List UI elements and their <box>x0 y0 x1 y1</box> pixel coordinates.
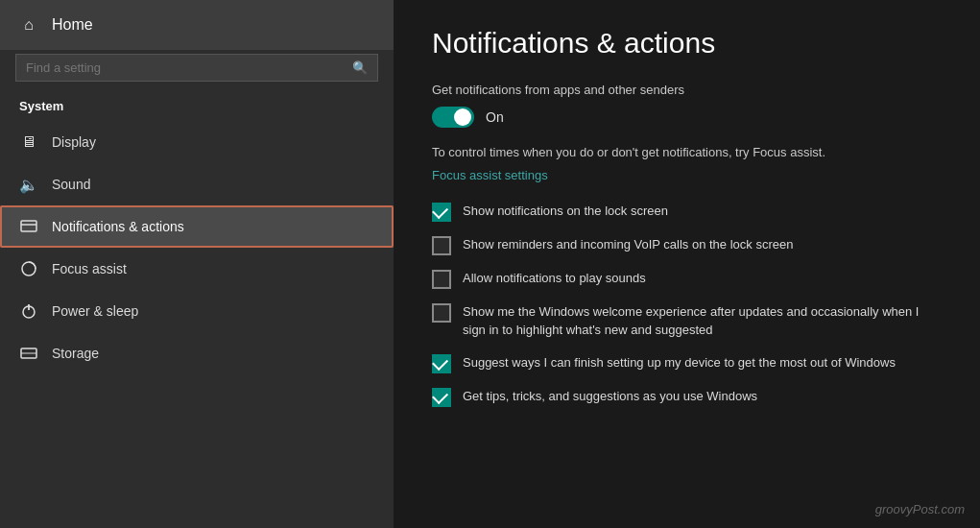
checkbox-row-welcome: Show me the Windows welcome experience a… <box>432 302 942 340</box>
sidebar-item-label: Sound <box>52 177 90 192</box>
checkbox-label-sounds: Allow notifications to play sounds <box>463 269 646 288</box>
sidebar-item-label: Storage <box>52 346 99 361</box>
checkbox-label-tips: Get tips, tricks, and suggestions as you… <box>463 387 757 406</box>
home-label: Home <box>52 16 93 34</box>
sidebar-item-label: Power & sleep <box>52 303 138 319</box>
sidebar-item-storage[interactable]: Storage <box>0 332 394 374</box>
checkbox-row-sounds: Allow notifications to play sounds <box>432 269 942 289</box>
sidebar-item-focus[interactable]: Focus assist <box>0 248 394 290</box>
sidebar-item-label: Focus assist <box>52 261 127 276</box>
search-box[interactable]: 🔍 <box>15 54 378 82</box>
sidebar-item-sound[interactable]: 🔈 Sound <box>0 163 394 205</box>
checkbox-label-voip: Show reminders and incoming VoIP calls o… <box>463 235 793 254</box>
search-icon: 🔍 <box>352 60 368 75</box>
watermark: groovyPost.com <box>875 502 965 516</box>
sidebar-home[interactable]: ⌂ Home <box>0 0 394 50</box>
checkbox-row-setup: Suggest ways I can finish setting up my … <box>432 353 942 373</box>
toggle-label: On <box>486 109 504 125</box>
sidebar: ⌂ Home 🔍 System 🖥 Display 🔈 Sound Notifi… <box>0 0 394 528</box>
checkbox-label-lock-screen: Show notifications on the lock screen <box>463 202 668 221</box>
svg-rect-0 <box>21 221 36 231</box>
checkbox-row-voip: Show reminders and incoming VoIP calls o… <box>432 235 942 255</box>
checkbox-tips[interactable] <box>432 388 451 407</box>
toggle-row: On <box>432 107 942 128</box>
sidebar-item-display[interactable]: 🖥 Display <box>0 121 394 163</box>
power-icon <box>19 301 38 321</box>
page-title: Notifications & actions <box>432 27 942 60</box>
section-label: System <box>0 93 394 121</box>
main-content: Notifications & actions Get notification… <box>394 0 980 528</box>
checkbox-label-setup: Suggest ways I can finish setting up my … <box>463 353 896 372</box>
storage-icon <box>19 344 38 363</box>
focus-assist-text: To control times when you do or don't ge… <box>432 143 942 162</box>
toggle-knob <box>454 108 471 126</box>
checkbox-setup[interactable] <box>432 354 451 373</box>
checkbox-sounds[interactable] <box>432 270 451 289</box>
checkboxes-container: Show notifications on the lock screenSho… <box>432 202 942 407</box>
focus-assist-link[interactable]: Focus assist settings <box>432 168 548 182</box>
checkbox-welcome[interactable] <box>432 303 451 323</box>
notifications-icon <box>19 217 38 236</box>
checkbox-voip[interactable] <box>432 236 451 255</box>
checkbox-row-tips: Get tips, tricks, and suggestions as you… <box>432 387 942 407</box>
sidebar-item-label: Notifications & actions <box>52 219 184 234</box>
checkbox-label-welcome: Show me the Windows welcome experience a… <box>463 302 942 340</box>
home-icon: ⌂ <box>19 15 38 35</box>
sidebar-item-label: Display <box>52 134 96 150</box>
checkbox-row-lock-screen: Show notifications on the lock screen <box>432 202 942 222</box>
notifications-toggle[interactable] <box>432 107 474 128</box>
sound-icon: 🔈 <box>19 175 38 194</box>
focus-icon <box>19 259 38 278</box>
sidebar-item-power[interactable]: Power & sleep <box>0 290 394 332</box>
sidebar-item-notifications[interactable]: Notifications & actions <box>0 205 394 248</box>
search-input[interactable] <box>26 60 345 75</box>
checkbox-lock-screen[interactable] <box>432 203 451 222</box>
display-icon: 🖥 <box>19 132 38 152</box>
get-notifications-label: Get notifications from apps and other se… <box>432 83 942 97</box>
